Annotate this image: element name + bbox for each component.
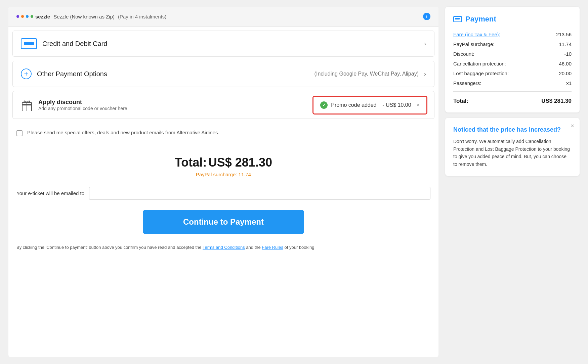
email-label: Your e-ticket will be emailed to bbox=[16, 190, 84, 196]
payment-summary-card: Payment Fare (inc Tax & Fee): 213.56 Pay… bbox=[445, 7, 580, 112]
discount-row-label: Discount: bbox=[453, 51, 474, 57]
baggage-row: Lost baggage protection: 20.00 bbox=[453, 69, 572, 78]
discount-text: Apply discount Add any promotional code … bbox=[38, 99, 127, 111]
notice-close-button[interactable]: × bbox=[571, 123, 574, 130]
promo-amount: - US$ 10.00 bbox=[382, 102, 411, 108]
continue-to-payment-button[interactable]: Continue to Payment bbox=[143, 210, 304, 234]
plus-icon: + bbox=[21, 69, 32, 79]
cancellation-row: Cancellation protection: 46.00 bbox=[453, 59, 572, 69]
paypal-surcharge-row: PayPal surcharge: 11.74 bbox=[453, 39, 572, 49]
fare-value: 213.56 bbox=[556, 32, 572, 37]
sezzle-dot-1 bbox=[16, 15, 19, 18]
baggage-label: Lost baggage protection: bbox=[453, 71, 509, 76]
credit-debit-option[interactable]: Credit and Debit Card › bbox=[12, 31, 434, 57]
cancellation-value: 46.00 bbox=[559, 61, 572, 66]
paypal-surcharge-value: 11.74 bbox=[239, 172, 251, 177]
terms-link[interactable]: Terms and Conditions bbox=[203, 245, 245, 250]
sezzle-brand-label: sezzle bbox=[35, 14, 50, 19]
sezzle-sub: (Pay in 4 instalments) bbox=[118, 14, 166, 19]
sezzle-dot-2 bbox=[21, 15, 24, 18]
newsletter-row: Please send me special offers, deals and… bbox=[8, 123, 438, 143]
summary-title-label: Payment bbox=[465, 15, 496, 24]
cta-wrapper: Continue to Payment bbox=[8, 207, 438, 241]
paypal-surcharge: PayPal surcharge: 11.74 bbox=[16, 172, 430, 177]
summary-card-icon bbox=[453, 16, 462, 22]
passengers-label: Passengers: bbox=[453, 80, 481, 86]
promo-close-button[interactable]: × bbox=[417, 102, 420, 108]
total-display: Total: US$ 281.30 bbox=[16, 155, 430, 170]
total-divider bbox=[203, 150, 244, 150]
summary-title: Payment bbox=[453, 15, 572, 24]
passengers-value: x1 bbox=[566, 80, 572, 86]
discount-row-value: -10 bbox=[564, 51, 572, 57]
summary-total-value: US$ 281.30 bbox=[541, 98, 572, 104]
total-amount: US$ 281.30 bbox=[208, 155, 272, 169]
fare-rules-link[interactable]: Fare Rules bbox=[262, 245, 283, 250]
notice-card: × Noticed that the price has increased? … bbox=[445, 118, 580, 176]
notice-body: Don't worry. We automatically add Cancel… bbox=[453, 138, 572, 168]
credit-debit-chevron: › bbox=[424, 40, 426, 47]
sezzle-name: Sezzle (Now known as Zip) bbox=[53, 14, 115, 19]
discount-section: Apply discount Add any promotional code … bbox=[12, 91, 434, 119]
sezzle-dot-3 bbox=[26, 15, 29, 18]
email-input[interactable] bbox=[89, 187, 430, 200]
fare-row: Fare (inc Tax & Fee): 213.56 bbox=[453, 30, 572, 39]
promo-check-icon: ✓ bbox=[320, 101, 328, 109]
other-payment-option[interactable]: + Other Payment Options (Including Googl… bbox=[12, 61, 434, 87]
total-label: Total: bbox=[175, 155, 207, 169]
footer-suffix: of your booking bbox=[285, 245, 314, 250]
info-icon[interactable]: i bbox=[423, 13, 430, 20]
card-icon-inner bbox=[24, 42, 34, 45]
baggage-value: 20.00 bbox=[559, 71, 572, 76]
summary-total-label: Total: bbox=[453, 98, 468, 104]
other-payment-label: Other Payment Options bbox=[37, 70, 306, 78]
email-section: Your e-ticket will be emailed to bbox=[8, 180, 438, 207]
cancellation-label: Cancellation protection: bbox=[453, 61, 506, 66]
notice-title: Noticed that the price has increased? bbox=[453, 126, 572, 134]
sezzle-dot-4 bbox=[31, 15, 33, 18]
footer-middle: and the bbox=[246, 245, 262, 250]
discount-subtitle: Add any promotional code or voucher here bbox=[38, 106, 127, 111]
footer-note: By clicking the 'Continue to payment' bu… bbox=[8, 241, 438, 259]
discount-row: Discount: -10 bbox=[453, 49, 572, 59]
newsletter-checkbox[interactable] bbox=[16, 130, 23, 136]
sezzle-logo: sezzle bbox=[16, 14, 50, 19]
fare-label[interactable]: Fare (inc Tax & Fee): bbox=[453, 32, 500, 37]
paypal-surcharge-label: PayPal surcharge: bbox=[196, 172, 237, 177]
sezzle-row: sezzle Sezzle (Now known as Zip) (Pay in… bbox=[8, 7, 438, 27]
summary-total-row: Total: US$ 281.30 bbox=[453, 95, 572, 104]
card-icon bbox=[21, 38, 37, 49]
footer-prefix: By clicking the 'Continue to payment' bu… bbox=[16, 245, 203, 250]
paypal-row-value: 11.74 bbox=[559, 41, 572, 47]
newsletter-label: Please send me special offers, deals and… bbox=[27, 130, 219, 135]
credit-debit-label: Credit and Debit Card bbox=[42, 40, 419, 48]
other-payment-chevron: › bbox=[424, 71, 426, 78]
passengers-row: Passengers: x1 bbox=[453, 78, 572, 88]
other-payment-sub: (Including Google Pay, WeChat Pay, Alipa… bbox=[314, 71, 419, 77]
discount-title: Apply discount bbox=[38, 99, 127, 106]
paypal-row-label: PayPal surcharge: bbox=[453, 41, 495, 47]
summary-divider bbox=[453, 91, 572, 92]
promo-badge: ✓ Promo code added - US$ 10.00 × bbox=[312, 96, 427, 115]
promo-added-label: Promo code added bbox=[331, 102, 376, 108]
promo-text: Promo code added - US$ 10.00 bbox=[331, 102, 411, 108]
gift-icon bbox=[21, 99, 33, 111]
total-section: Total: US$ 281.30 PayPal surcharge: 11.7… bbox=[8, 143, 438, 180]
right-sidebar: Payment Fare (inc Tax & Fee): 213.56 Pay… bbox=[445, 7, 580, 357]
